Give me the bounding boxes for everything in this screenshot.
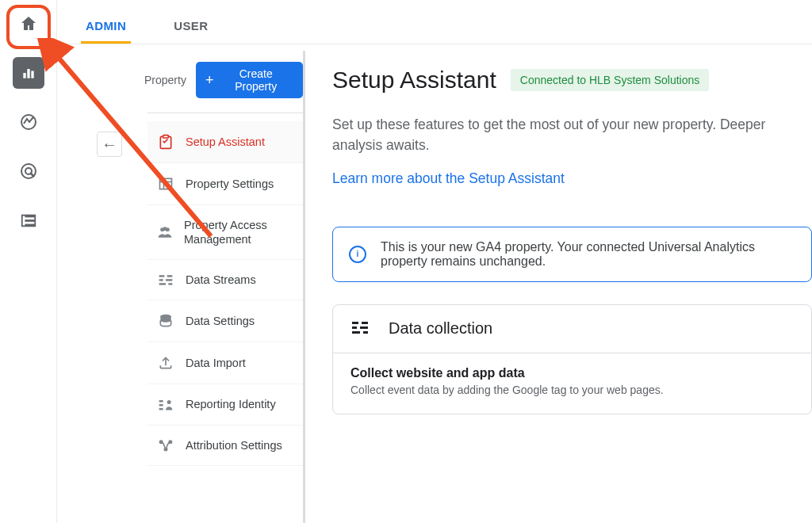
svg-point-18 (163, 227, 167, 231)
plus-icon: + (205, 74, 214, 86)
intro-text: Set up these features to get the most ou… (332, 114, 812, 156)
nav-label: Data Import (186, 356, 246, 370)
property-column: Property + Create Property ← Setup (57, 44, 303, 523)
settings-panel-icon (157, 176, 174, 192)
nav-data-streams[interactable]: Data Streams (147, 260, 303, 300)
main-content: Setup Assistant Connected to HLB System … (305, 44, 812, 523)
top-tabs: ADMIN USER (57, 0, 812, 44)
streams-icon (350, 319, 370, 338)
card-item[interactable]: Collect website and app data Collect eve… (333, 353, 811, 414)
svg-rect-13 (160, 178, 172, 189)
info-icon: i (349, 246, 366, 263)
svg-rect-1 (27, 69, 29, 78)
svg-rect-36 (360, 326, 368, 329)
page-title: Setup Assistant (332, 67, 496, 94)
configure-icon[interactable] (13, 204, 44, 236)
learn-more-link[interactable]: Learn more about the Setup Assistant (332, 170, 812, 187)
property-label: Property (144, 74, 186, 86)
data-collection-card: Data collection Collect website and app … (332, 304, 812, 414)
tab-user[interactable]: USER (169, 19, 213, 44)
explore-icon[interactable] (13, 106, 44, 138)
svg-rect-23 (159, 283, 166, 285)
svg-rect-0 (23, 73, 25, 78)
database-icon (157, 313, 174, 329)
nav-label: Property Settings (186, 177, 274, 191)
card-item-title: Collect website and app data (350, 366, 794, 380)
nav-label: Property Access Management (184, 218, 293, 246)
create-property-label: Create Property (218, 67, 293, 93)
nav-label: Reporting Identity (186, 397, 276, 411)
people-icon (157, 225, 173, 239)
svg-rect-37 (352, 331, 360, 334)
attribution-icon (157, 438, 174, 452)
left-rail (0, 0, 57, 523)
nav-property-access[interactable]: Property Access Management (147, 205, 303, 260)
create-property-button[interactable]: + Create Property (196, 62, 303, 98)
svg-rect-33 (352, 322, 358, 324)
upload-icon (157, 355, 174, 371)
back-button[interactable]: ← (97, 132, 122, 157)
tab-admin[interactable]: ADMIN (81, 19, 131, 44)
svg-point-29 (167, 400, 171, 404)
svg-rect-26 (159, 400, 163, 403)
svg-rect-19 (159, 275, 165, 277)
nav-label: Data Settings (186, 314, 255, 328)
property-nav: Setup Assistant Property Settings Proper… (147, 121, 303, 466)
divider (147, 113, 303, 113)
svg-rect-35 (352, 326, 357, 329)
nav-data-settings[interactable]: Data Settings (147, 300, 303, 342)
identity-icon (157, 398, 174, 410)
svg-rect-27 (159, 404, 163, 407)
svg-rect-21 (159, 279, 163, 281)
nav-data-import[interactable]: Data Import (147, 342, 303, 384)
svg-rect-20 (167, 275, 173, 277)
checklist-icon (157, 134, 174, 150)
svg-rect-24 (168, 283, 172, 285)
svg-rect-2 (31, 71, 33, 78)
info-banner: i This is your new GA4 property. Your co… (332, 227, 812, 282)
nav-label: Setup Assistant (186, 135, 265, 149)
nav-label: Attribution Settings (186, 438, 282, 452)
svg-rect-28 (159, 408, 163, 410)
nav-label: Data Streams (186, 273, 256, 287)
svg-rect-12 (163, 136, 169, 138)
nav-attribution-settings[interactable]: Attribution Settings (147, 426, 303, 466)
arrow-left-icon: ← (102, 136, 117, 154)
info-banner-text: This is your new GA4 property. Your conn… (381, 240, 795, 269)
home-icon[interactable] (13, 8, 44, 40)
card-item-subtitle: Collect event data by adding the Google … (350, 384, 794, 396)
svg-rect-38 (363, 331, 368, 334)
reports-icon[interactable] (13, 57, 44, 89)
nav-property-settings[interactable]: Property Settings (147, 163, 303, 205)
svg-rect-22 (166, 279, 172, 281)
card-section-title: Data collection (389, 319, 492, 338)
nav-reporting-identity[interactable]: Reporting Identity (147, 384, 303, 425)
advertising-icon[interactable] (13, 155, 44, 187)
streams-icon (157, 273, 174, 286)
nav-setup-assistant[interactable]: Setup Assistant (147, 121, 303, 163)
connection-badge: Connected to HLB System Solutions (511, 69, 709, 91)
svg-rect-34 (362, 322, 368, 324)
